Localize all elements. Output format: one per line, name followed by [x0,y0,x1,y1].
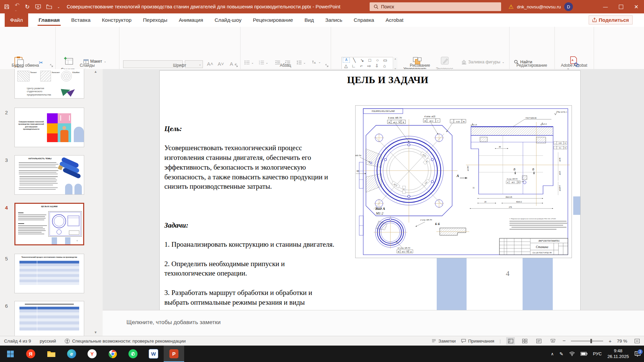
thumbnail-slide-1[interactable]: Технет Хелснет EduNet Центр развития сту… [14,69,84,99]
tab-file[interactable]: Файл [5,13,28,27]
tray-wifi-icon[interactable] [569,352,575,356]
thumbnail-slide-3[interactable]: АКТУАЛЬНОСТЬ ТЕМЫ [14,155,84,195]
tab-transitions[interactable]: Переходы [142,13,168,27]
undo-icon[interactable]: ↶⌄ [15,2,19,12]
tab-review[interactable]: Рецензирование [252,13,294,27]
zoom-slider[interactable] [571,341,603,342]
svg-text:ø0.2: ø0.2 [402,251,405,253]
avatar[interactable]: D [564,2,573,11]
open-folder-icon[interactable] [46,4,52,9]
search-input[interactable]: Поиск [370,2,501,11]
svg-text:ø0.2: ø0.2 [393,121,397,123]
thumbnail-slide-2[interactable]: Совершенствование технологий производств… [14,108,84,147]
powerpoint-window: ↶⌄ ↻ ⌄ Совершенствование технологий прои… [0,0,644,362]
comments-toggle[interactable]: Примечания [461,339,494,344]
warning-icon[interactable]: ⚠ [508,3,514,10]
tray-pen-icon[interactable]: ✎ [559,351,564,357]
datum-b2: Б [532,168,534,171]
taskbar-word[interactable]: W [143,346,164,362]
zoom-in-button[interactable]: + [608,338,611,344]
taskbar-powerpoint-active[interactable]: P [164,346,184,362]
svg-text:⊕: ⊕ [424,120,426,122]
slide-canvas[interactable]: ЦЕЛЬ И ЗАДАЧИ Цель: Усовершенствовать те… [159,70,581,311]
arrow-a-label: А [456,174,459,178]
tab-slideshow[interactable]: Слайд-шоу [214,13,243,27]
taskbar-file-explorer[interactable] [41,346,61,362]
tray-battery-icon[interactable] [581,352,587,356]
zoom-level[interactable]: 79 % [617,339,627,344]
thumbnails-scroll-up-icon[interactable]: ▲ [94,70,97,73]
maximize-button[interactable] [613,0,629,13]
tab-record[interactable]: Запись [324,13,343,27]
share-button[interactable]: Поделиться [589,15,633,24]
view-reading-button[interactable] [534,337,543,345]
tab-home[interactable]: Главная [38,13,61,27]
taskbar-yandex-browser[interactable]: Я [20,346,41,362]
redo-icon[interactable]: ↻ [25,3,30,10]
taskbar-yandex-start[interactable]: Y [82,346,102,362]
notes-toggle[interactable]: Заметки [432,339,456,344]
thumbnail-number-4: 4 [5,205,8,210]
view-sorter-button[interactable] [520,337,529,345]
notification-center[interactable]: 3 [635,351,641,357]
save-icon[interactable] [4,4,9,9]
svg-text:A: A [572,59,574,62]
tray-clock[interactable]: 9:48 26.11.2025 [607,348,629,359]
search-icon [374,4,378,9]
close-button[interactable]: ✕ [629,0,644,13]
slideshow-from-start-icon[interactable] [35,4,41,9]
svg-text:ø0.2: ø0.2 [512,182,515,183]
slide4-bar-decor-2 [65,237,70,245]
taskbar-edge[interactable]: e [61,346,82,362]
tray-language[interactable]: РУС [593,351,602,356]
view-slideshow-button[interactable] [548,337,557,345]
thumbnails-scroll-down-icon[interactable]: ▼ [94,330,97,334]
tray-expand-icon[interactable]: ∧ [551,352,554,356]
svg-text:ø125: ø125 [559,171,561,175]
tab-help[interactable]: Справка [353,13,375,27]
notes-placeholder[interactable]: Щелкните, чтобы добавить заметки [126,319,221,326]
tab-animations[interactable]: Анимация [178,13,204,27]
start-button[interactable] [0,346,20,362]
slide-title[interactable]: ЦЕЛЬ И ЗАДАЧИ [160,74,616,85]
fit-slide-button[interactable] [633,337,641,345]
notes-pane[interactable]: Щелкните, чтобы добавить заметки [103,310,644,336]
thumbnail-slide-6[interactable] [14,301,84,336]
language-indicator[interactable]: русский [40,339,56,344]
slide3-title: АКТУАЛЬНОСТЬ ТЕМЫ [15,158,65,160]
taskbar-whatsapp[interactable]: ✆ [123,346,143,362]
whatsapp-icon: ✆ [128,349,138,358]
zoom-slider-thumb[interactable] [590,339,592,343]
slide-counter[interactable]: Слайд 4 из 9 [4,339,31,344]
tab-insert[interactable]: Вставка [70,13,92,27]
accessibility-status[interactable]: Специальные возможности: проверьте реком… [65,339,186,344]
tab-design[interactable]: Конструктор [101,13,132,27]
zoom-out-button[interactable]: − [562,338,566,344]
slide2-photo [58,123,71,142]
tab-view[interactable]: Вид [304,13,315,27]
slide3-arch-decor-1 [65,184,72,195]
thumbnail-slide-5[interactable]: Технологический процесс изготовления ста… [14,254,84,293]
account-email[interactable]: dnk_novsu@novsu.ru [517,4,561,9]
chrome-icon [108,350,117,358]
logo-technet-image [17,71,30,81]
svg-text:39±0.25: 39±0.25 [505,196,512,198]
label-6-holes-b: 6 отв. М5-7Н [507,178,518,180]
logo-edunet-label: EduNet [72,71,79,73]
group-label-slides: Слайды [55,63,119,68]
group-drawing: A╲↘□○▭ △∟⌐⇨⇩⌂ ∿⌒~{}☆ ˄˅⌄ Упорядочить ⌄ Э… [331,27,509,69]
titleblock-name: Станина [536,245,548,249]
thumbnail-slide-4[interactable]: ЦЕЛЬ И ЗАДАЧИ [14,203,84,245]
slide6-table-header [19,307,79,309]
minimize-button[interactable]: — [598,0,613,13]
group-label-acrobat: Adobe Acrobat [554,63,594,68]
view-normal-button[interactable] [506,337,515,345]
engineering-drawing[interactable]: ВКР150700ТАМП01 [355,105,572,258]
group-label-clipboard: Буфер обмена [0,63,55,68]
view-a-scale: М1:2 [376,212,383,215]
customize-qat-icon[interactable]: ⌄ [57,5,60,9]
tab-acrobat[interactable]: Acrobat [384,13,404,27]
datum-b1: Б [514,168,516,171]
account-area: ⚠ dnk_novsu@novsu.ru D [508,0,573,13]
taskbar-chrome[interactable] [102,346,123,362]
